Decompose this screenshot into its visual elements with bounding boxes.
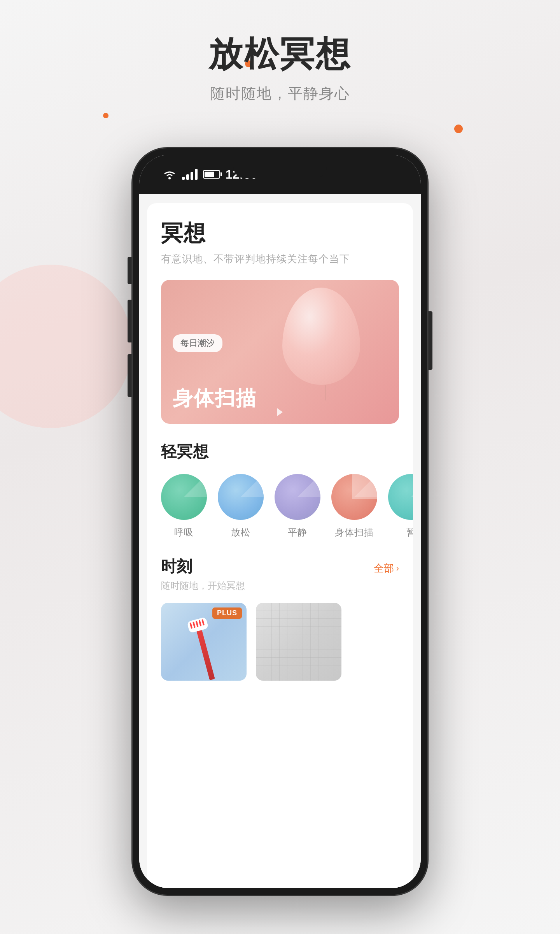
circle-calm-icon (275, 474, 320, 520)
mute-button (128, 354, 131, 397)
light-meditation-title: 轻冥想 (161, 441, 399, 462)
volume-up-button (128, 257, 131, 284)
decorative-dot-2 (103, 113, 108, 118)
chevron-right-icon: › (396, 564, 399, 574)
decorative-dot-3 (454, 125, 463, 133)
time-section-all-button[interactable]: 全部 › (374, 562, 399, 575)
circle-calm-label: 平静 (288, 526, 307, 539)
play-button-icon[interactable] (277, 408, 283, 416)
balloon-illustration (282, 288, 368, 397)
circle-body-scan-icon (331, 474, 377, 520)
content-card: 冥想 有意识地、不带评判地持续关注每个当下 每日潮汐 身体扫描 轻冥想 (147, 203, 413, 888)
page-title: 放松冥想 (0, 31, 560, 77)
battery-icon (203, 170, 220, 179)
circle-item-temp[interactable]: 暂 (388, 474, 413, 539)
phone-frame: 12:30 冥想 有意识地、不带评判地持续关注每个当下 每日潮汐 (132, 148, 428, 895)
circle-breathing-label: 呼吸 (174, 526, 194, 539)
circle-item-breathing[interactable]: 呼吸 (161, 474, 207, 539)
page-subtitle: 随时随地，平静身心 (0, 84, 560, 104)
cards-row: PLUS (161, 603, 399, 681)
circle-body-scan-label: 身体扫描 (335, 526, 374, 539)
plus-badge: PLUS (212, 607, 242, 619)
signal-icon (182, 169, 198, 180)
app-subtitle: 有意识地、不带评判地持续关注每个当下 (161, 252, 399, 266)
circle-relax-label: 放松 (231, 526, 250, 539)
circles-row: 呼吸 放松 平静 身体扫描 (161, 474, 399, 539)
grid-pattern-illustration (256, 603, 341, 681)
circle-relax-icon (218, 474, 264, 520)
page-header: 放松冥想 随时随地，平静身心 (0, 31, 560, 104)
circle-item-relax[interactable]: 放松 (218, 474, 264, 539)
circle-item-body-scan[interactable]: 身体扫描 (331, 474, 377, 539)
hero-banner[interactable]: 每日潮汐 身体扫描 (161, 280, 399, 424)
time-title-block: 时刻 随时随地，开始冥想 (161, 556, 245, 592)
hero-tag: 每日潮汐 (173, 334, 222, 352)
svg-point-0 (168, 177, 171, 179)
volume-down-button (128, 300, 131, 342)
time-section-subtitle: 随时随地，开始冥想 (161, 579, 245, 592)
moment-card-toothbrush[interactable]: PLUS (161, 603, 247, 681)
time-section-title: 时刻 (161, 556, 245, 577)
time-section-header: 时刻 随时随地，开始冥想 全部 › (161, 556, 399, 592)
phone-screen: 12:30 冥想 有意识地、不带评判地持续关注每个当下 每日潮汐 (139, 155, 421, 888)
status-bar: 12:30 (139, 155, 421, 194)
circle-breathing-icon (161, 474, 207, 520)
moment-card-grid[interactable] (256, 603, 341, 681)
notch (233, 155, 327, 178)
circle-temp-label: 暂 (406, 526, 413, 539)
circle-temp-icon (388, 474, 413, 520)
hero-title: 身体扫描 (173, 385, 257, 412)
wifi-icon (163, 169, 177, 180)
all-label: 全部 (374, 562, 394, 575)
circle-item-calm[interactable]: 平静 (275, 474, 320, 539)
screen-content: 冥想 有意识地、不带评判地持续关注每个当下 每日潮汐 身体扫描 轻冥想 (139, 194, 421, 888)
phone-wrapper: 12:30 冥想 有意识地、不带评判地持续关注每个当下 每日潮汐 (132, 148, 428, 895)
power-button (429, 311, 432, 370)
toothbrush-illustration (187, 617, 220, 678)
app-title: 冥想 (161, 219, 399, 248)
